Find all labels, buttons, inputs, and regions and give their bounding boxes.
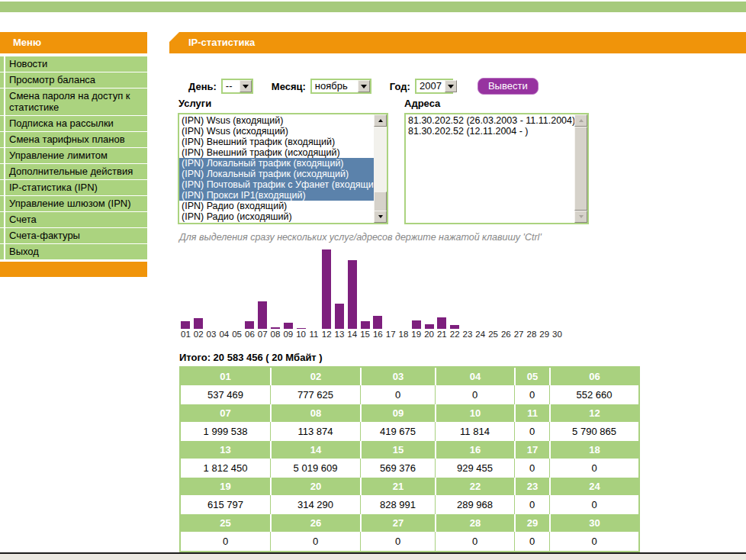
scrollbar-thumb[interactable] [574, 127, 587, 211]
chart-x-tick-label: 24 [474, 330, 487, 339]
address-option[interactable]: 81.30.202.52 (26.03.2003 - 11.11.2004) [406, 115, 574, 126]
chart-x-tick-label: 01 [179, 330, 192, 339]
sidebar-item-label: Управление лимитом [5, 148, 147, 163]
sidebar-item[interactable]: Дополнительные действия [0, 164, 147, 179]
month-label: Месяц: [272, 81, 306, 92]
service-option[interactable]: (IPN) Локальный трафик (входящий) [179, 158, 374, 169]
table-day-header-cell: 04 [435, 368, 514, 385]
service-option[interactable]: (IPN) Радио (исходяший) [179, 211, 374, 222]
sidebar-item[interactable]: Смена тарифных планов [0, 132, 147, 147]
chart-bar-slot [256, 301, 269, 329]
table-day-header-row: 010203040506 [181, 368, 638, 385]
table-day-header-cell: 07 [181, 404, 270, 422]
service-option[interactable]: (IPN) Внешний трафик (входящий) [179, 137, 374, 147]
bottom-status-bar[interactable] [0, 554, 746, 560]
table-day-header-cell: 17 [514, 441, 549, 459]
dropdown-arrow-icon[interactable] [445, 80, 457, 92]
table-value-cell: 11 814 [435, 422, 514, 441]
service-option[interactable]: (IPN) Wsus (исходящий) [179, 126, 374, 137]
chart-x-tick-label: 12 [320, 330, 333, 339]
sidebar-item[interactable]: Выход [0, 244, 147, 259]
scroll-up-icon[interactable] [374, 114, 387, 127]
table-day-header-cell: 27 [360, 514, 435, 532]
chart-bar-slot [410, 320, 423, 329]
year-label: Год: [390, 81, 410, 92]
sidebar-item[interactable]: Подписка на рассылки [0, 116, 147, 131]
chart-x-tick-label: 15 [359, 330, 371, 339]
service-option[interactable]: (IPN) Прокси IP1(входящий) [179, 190, 374, 201]
filters-row: День: -- Месяц: ноябрь Год: 2007 Вывести [188, 79, 539, 94]
services-options: (IPN) Wsus (входящий)(IPN) Wsus (исходящ… [179, 114, 374, 223]
table-value-row: 1 999 538113 874419 67511 81405 790 865 [181, 422, 638, 441]
sidebar-item[interactable]: Просмотр баланса [0, 72, 147, 88]
table-value-cell: 113 874 [270, 422, 360, 441]
service-option[interactable]: (IPN) Внешний трафик (исходящий) [179, 147, 374, 158]
chart-x-tick-label: 30 [551, 330, 564, 339]
addresses-label: Адреса [404, 98, 440, 109]
sidebar-item[interactable]: IP-статистика (IPN) [0, 180, 147, 195]
sidebar-item[interactable]: Новости [0, 56, 147, 72]
sidebar-item[interactable]: Счета-фактуры [0, 228, 147, 243]
chart-x-tick-label: 07 [256, 330, 269, 339]
table-value-cell: 0 [435, 385, 514, 404]
sidebar-menu-title: Меню [0, 32, 147, 53]
service-option[interactable]: (IPN) Локальный трафик (исходящий) [179, 169, 374, 179]
day-label: День: [188, 81, 217, 92]
chart-bar [437, 317, 446, 329]
chart-x-tick-label: 23 [461, 330, 474, 339]
scrollbar-thumb[interactable] [374, 191, 387, 211]
addresses-listbox[interactable]: 81.30.202.52 (26.03.2003 - 11.11.2004)81… [404, 113, 589, 224]
sidebar-item-label: Счета-фактуры [5, 228, 147, 243]
day-select[interactable]: -- [221, 79, 253, 94]
dropdown-arrow-icon[interactable] [358, 80, 370, 92]
show-button[interactable]: Вывести [478, 78, 539, 95]
chart-bar-slot [179, 321, 192, 329]
dropdown-arrow-icon[interactable] [240, 80, 252, 92]
table-value-cell: 0 [514, 422, 549, 441]
chart-x-tick-label: 28 [526, 330, 539, 339]
sidebar-item-strip [0, 228, 4, 243]
table-value-cell: 828 991 [360, 495, 435, 514]
table-value-row: 1 812 4505 019 609569 376929 45500 [181, 459, 638, 478]
sidebar-item-label: Смена тарифных планов [5, 132, 147, 147]
scroll-down-icon[interactable] [574, 211, 587, 223]
year-select[interactable]: 2007 [415, 79, 453, 94]
services-listbox[interactable]: (IPN) Wsus (входящий)(IPN) Wsus (исходящ… [178, 113, 388, 224]
service-option[interactable]: (IPN) Wsus (входящий) [179, 115, 374, 126]
chart-x-tick-label: 08 [269, 330, 282, 339]
sidebar-item[interactable]: Управление шлюзом (IPN) [0, 196, 147, 211]
sidebar-item[interactable]: Управление лимитом [0, 148, 147, 163]
chart-bar-slot [423, 324, 436, 329]
chart-bar-slot [243, 321, 256, 329]
chart-bar-slot [359, 321, 371, 329]
sidebar-item-label: Смена пароля на доступ к статистике [5, 89, 147, 115]
table-day-header-row: 131415161718 [181, 441, 638, 459]
sidebar-item[interactable]: Смена пароля на доступ к статистике [0, 89, 147, 115]
sidebar-item-label: Просмотр баланса [5, 72, 147, 88]
scroll-down-icon[interactable] [374, 211, 387, 223]
service-option[interactable]: (IPN) Почтовый трафик с Уфанет (входящий… [179, 179, 374, 190]
table-value-cell: 1 999 538 [181, 422, 270, 441]
table-day-header-cell: 25 [181, 514, 270, 532]
table-value-cell: 314 290 [270, 495, 360, 514]
scroll-up-icon[interactable] [574, 114, 587, 127]
sidebar-item[interactable]: Счета [0, 212, 147, 227]
table-day-header-cell: 29 [514, 514, 549, 532]
sidebar-item-strip [0, 148, 4, 163]
addresses-scrollbar[interactable] [574, 114, 587, 223]
chart-bar [258, 301, 267, 329]
table-day-header-cell: 30 [549, 514, 638, 532]
service-option[interactable]: (IPN) Радио (входящий) [179, 201, 374, 211]
table-value-cell: 5 019 609 [270, 459, 360, 478]
table-day-header-cell: 26 [270, 514, 360, 532]
chart-x-tick-label: 13 [333, 330, 346, 339]
table-day-header-row: 192021222324 [181, 478, 638, 495]
chart-x-tick-label: 20 [423, 330, 436, 339]
chart-bar [284, 323, 293, 329]
services-scrollbar[interactable] [374, 114, 387, 223]
table-value-cell: 0 [549, 532, 638, 551]
address-option[interactable]: 81.30.202.52 (12.11.2004 - ) [406, 126, 574, 137]
month-select[interactable]: ноябрь [310, 79, 371, 94]
chart-x-tick-label: 19 [410, 330, 423, 339]
chart-x-tick-label: 02 [192, 330, 205, 339]
